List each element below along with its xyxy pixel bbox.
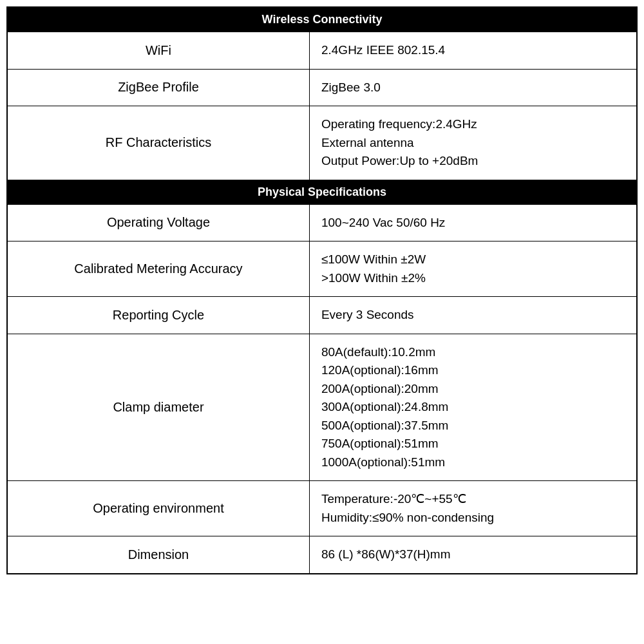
spec-value: Temperature:-20℃~+55℃Humidity:≤90% non-c… (309, 481, 637, 536)
spec-value: 80A(default):10.2mm120A(optional):16mm20… (309, 334, 637, 481)
spec-row: WiFi2.4GHz IEEE 802.15.4 (7, 32, 637, 70)
spec-value: Operating frequency:2.4GHzExternal anten… (309, 106, 637, 180)
spec-value: 100~240 Vac 50/60 Hz (309, 204, 637, 242)
spec-value: Every 3 Seconds (309, 297, 637, 334)
section-header-row: Physical Specifications (7, 180, 637, 204)
spec-row: ZigBee ProfileZigBee 3.0 (7, 69, 637, 106)
spec-label: Reporting Cycle (7, 297, 309, 334)
section-header-label: Physical Specifications (7, 180, 637, 204)
spec-row: Operating Voltage100~240 Vac 50/60 Hz (7, 204, 637, 242)
spec-row: Operating environmentTemperature:-20℃~+5… (7, 481, 637, 536)
spec-row: Reporting CycleEvery 3 Seconds (7, 297, 637, 334)
spec-row: RF CharacteristicsOperating frequency:2.… (7, 106, 637, 180)
spec-label: Operating Voltage (7, 204, 309, 242)
spec-value: ZigBee 3.0 (309, 69, 637, 106)
spec-value: 2.4GHz IEEE 802.15.4 (309, 32, 637, 70)
spec-value: 86 (L) *86(W)*37(H)mm (309, 536, 637, 574)
spec-label: Clamp diameter (7, 334, 309, 481)
spec-label: ZigBee Profile (7, 69, 309, 106)
spec-label: WiFi (7, 32, 309, 70)
section-header-row: Wireless Connectivity (7, 7, 637, 32)
specs-table: Wireless ConnectivityWiFi2.4GHz IEEE 802… (6, 6, 638, 574)
spec-row: Clamp diameter80A(default):10.2mm120A(op… (7, 334, 637, 481)
spec-row: Dimension86 (L) *86(W)*37(H)mm (7, 536, 637, 574)
spec-value: ≤100W Within ±2W >100W Within ±2% (309, 242, 637, 297)
spec-label: RF Characteristics (7, 106, 309, 180)
spec-label: Operating environment (7, 481, 309, 536)
section-header-label: Wireless Connectivity (7, 7, 637, 32)
spec-label: Calibrated Metering Accuracy (7, 242, 309, 297)
spec-label: Dimension (7, 536, 309, 574)
spec-row: Calibrated Metering Accuracy≤100W Within… (7, 242, 637, 297)
